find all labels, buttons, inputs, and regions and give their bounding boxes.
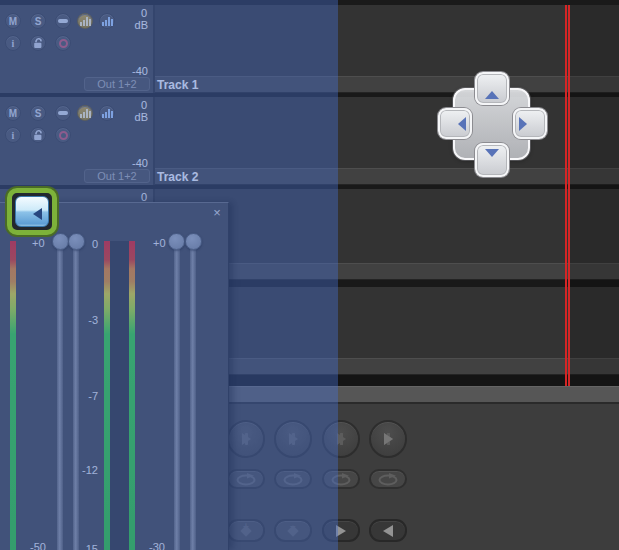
record-icon [59,39,68,48]
left-arrow-icon [383,525,393,537]
nav-down-button[interactable] [475,143,509,177]
solo-button[interactable]: S [30,105,46,121]
right-arrow-icon [519,117,527,131]
navigation-dpad [436,64,548,178]
lock-open-icon [32,37,44,49]
track-name-label[interactable]: Track 1 [157,78,198,92]
fader-rail[interactable] [57,241,63,550]
play-until-marker-button[interactable] [227,420,265,458]
scale-label: -7 [72,390,98,402]
fader-knob[interactable] [168,233,185,250]
loop-icon [376,473,400,486]
close-icon[interactable]: × [210,206,224,220]
bar-icon [340,433,343,445]
up-arrow-icon [485,91,499,99]
right-arrow-icon [336,525,346,537]
minus-icon: − [290,523,296,531]
levels-button-active[interactable] [77,105,93,121]
info-button[interactable]: i [5,127,21,143]
scale-label: -3 [72,314,98,326]
fader-scale-label: -50 [30,541,46,550]
play-between-markers-button[interactable] [322,420,360,458]
loop-button-1[interactable] [227,469,265,489]
record-icon [59,131,68,140]
levels-button[interactable] [99,105,115,121]
output-selector[interactable]: Out 1+2 [84,77,150,91]
left-arrow-icon [458,117,466,131]
scale-label: -15 [72,543,98,550]
levels-button[interactable] [99,13,115,29]
fader-rail[interactable] [174,241,180,550]
loop-icon [329,473,353,486]
loop-button-4[interactable] [369,469,407,489]
nav-left-button[interactable] [438,108,472,139]
solo-button[interactable]: S [30,13,46,29]
play-icon [289,433,298,445]
dash-icon [58,111,68,115]
meter-unit-label: dB [135,19,148,31]
level-meter-mid-left [104,241,110,550]
meter-well [110,241,129,550]
nav-up-button[interactable] [475,72,509,105]
gain-label-left: +0 [32,237,45,249]
nav-right-button[interactable] [513,108,547,139]
level-meter-mid-right [129,241,135,550]
scale-label: -12 [72,464,98,476]
play-from-marker-button[interactable] [274,420,312,458]
level-meter-left [10,241,16,550]
track-header-1: M S i 0 dB -40 Out 1+2 [0,5,155,93]
add-marker-button[interactable]: + [227,519,265,542]
meter-top-label: 0 [141,191,147,202]
loop-button-3[interactable] [322,469,360,489]
mixer-panel: × +0 +0 0 -3 -7 -12 -15 -50 -30 [0,202,229,550]
play-icon [384,433,393,445]
levels-button-active[interactable] [77,13,93,29]
remove-marker-button[interactable]: − [274,519,312,542]
meter-bottom-label: -40 [132,157,148,169]
next-marker-button[interactable] [322,519,360,542]
mute-button[interactable]: M [5,105,21,121]
meter-bottom-label: -40 [132,65,148,77]
meter-top-label: 0 [141,7,147,19]
plus-icon: + [243,523,249,531]
highlight-ring [7,188,57,235]
output-selector[interactable]: Out 1+2 [84,169,150,183]
fader-knob[interactable] [52,233,69,250]
fader-knob[interactable] [185,233,202,250]
bar-icon [245,433,248,445]
info-button[interactable]: i [5,35,21,51]
track-header-2: M S i 0 dB -40 Out 1+2 [0,97,155,185]
daw-window: Track 1 Track 2 + − [0,0,619,550]
record-arm-button[interactable] [55,35,71,51]
levels-icon [102,16,113,26]
loop-icon [234,473,258,486]
collapse-track-button[interactable] [55,105,71,121]
levels-icon [102,108,113,118]
track-name-label[interactable]: Track 2 [157,170,198,184]
fader-rail[interactable] [190,241,196,550]
gain-label-right: +0 [153,237,166,249]
lock-button[interactable] [30,127,46,143]
levels-icon [80,16,91,26]
meter-unit-label: dB [135,111,148,123]
record-arm-button[interactable] [55,127,71,143]
mute-button[interactable]: M [5,13,21,29]
lock-open-icon [32,129,44,141]
dash-icon [58,19,68,23]
meter-top-label: 0 [141,99,147,111]
lock-button[interactable] [30,35,46,51]
down-arrow-icon [485,149,499,157]
scale-label: 0 [72,238,98,250]
playhead-line[interactable] [565,5,571,386]
left-arrow-icon [33,208,42,220]
previous-marker-button[interactable] [369,519,407,542]
loop-button-2[interactable] [274,469,312,489]
loop-icon [281,473,305,486]
fader-scale-label: -30 [149,541,165,550]
beyond-playhead-region [570,5,619,375]
highlighted-collapse-button[interactable] [15,196,49,227]
collapse-track-button[interactable] [55,13,71,29]
play-skip-section-button[interactable] [369,420,407,458]
levels-icon [80,108,91,118]
